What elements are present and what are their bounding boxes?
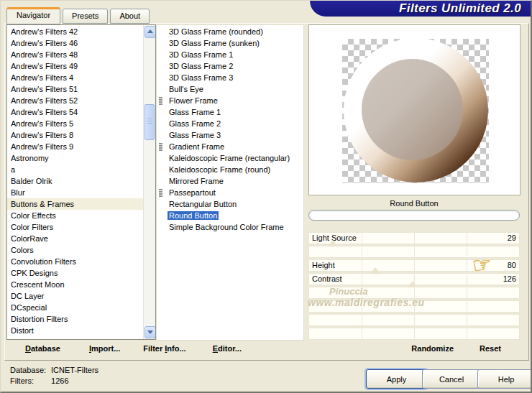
category-list-item[interactable]: Andrew's Filters 48 [7, 49, 144, 60]
filter-item-label: Mirrored Frame [168, 177, 225, 185]
bottom-toolbar: DatabaseImport...Filter Info...Editor...… [6, 338, 527, 358]
filters-unlimited-window: Filters Unlimited 2.0 NavigatorPresetsAb… [0, 0, 532, 393]
filter-item-label: Bull's Eye [168, 85, 205, 93]
category-list-item[interactable]: Andrew's Filters 8 [7, 129, 144, 141]
toolbar-label-post: mport... [91, 344, 120, 353]
tick-mark [467, 274, 467, 285]
tab-about[interactable]: About [110, 9, 150, 24]
tick-mark [414, 246, 415, 257]
tick-mark [362, 246, 362, 257]
filter-list-item[interactable]: 3D Glass Frame (sunken) [157, 37, 303, 49]
tick-mark [467, 287, 467, 298]
randomize-button[interactable]: Randomize [411, 344, 454, 353]
category-list-item[interactable]: Balder Olrik [7, 175, 144, 187]
preview-pane[interactable] [308, 24, 520, 195]
slider-thumb[interactable] [370, 267, 380, 274]
slider-thumb[interactable] [408, 281, 418, 287]
category-scrollbar[interactable] [143, 25, 155, 339]
category-list-item[interactable]: Convolution Filters [7, 256, 144, 267]
filter-list-item[interactable]: Glass Frame 1 [157, 106, 303, 118]
filter-list-item[interactable]: Bull's Eye [157, 83, 303, 95]
filter-list-item[interactable]: Simple Background Color Frame [157, 221, 303, 233]
filter-list-item[interactable]: 3D Glass Frame 1 [157, 49, 303, 60]
category-list-item[interactable]: Andrew's Filters 52 [7, 95, 144, 106]
tab-bar: NavigatorPresetsAbout [6, 7, 152, 24]
tab-navigator[interactable]: Navigator [6, 7, 60, 24]
category-list-item[interactable]: Andrew's Filters 46 [7, 37, 144, 49]
category-list-item[interactable]: Buttons & Frames [7, 198, 144, 210]
apply-button[interactable]: Apply [366, 369, 427, 389]
category-list-item[interactable]: CPK Designs [7, 267, 144, 279]
filter-list-item[interactable]: Rectangular Button [157, 198, 303, 210]
tick-mark [414, 328, 415, 339]
filter-list-item[interactable]: Passepartout [157, 187, 303, 198]
category-list-item[interactable]: Andrew's Filters 5 [7, 118, 144, 129]
filter-list-item[interactable]: Kaleidoscopic Frame (round) [157, 164, 303, 175]
toolbar-label-key: E [213, 344, 218, 353]
filter-list-item[interactable]: Glass Frame 3 [157, 129, 303, 141]
filter-item-label: Glass Frame 1 [168, 108, 222, 116]
scroll-up-button[interactable] [145, 26, 156, 38]
preview-progress-bar [308, 210, 520, 221]
tab-presets[interactable]: Presets [63, 9, 108, 24]
filter-info-button[interactable]: Filter Info... [143, 344, 185, 353]
category-list-item[interactable]: DC Layer [7, 290, 144, 302]
category-list-item[interactable]: Color Filters [7, 221, 144, 233]
filter-listbox[interactable]: 3D Glass Frame (rounded)3D Glass Frame (… [156, 24, 304, 341]
category-list-item[interactable]: Astronomy [7, 152, 144, 164]
toolbar-label-key: D [25, 344, 31, 353]
database-value: ICNET-Filters [51, 366, 98, 374]
watermark-author: Pinuccia [329, 286, 367, 297]
filter-list-item[interactable]: 3D Glass Frame 3 [157, 72, 303, 83]
category-list-item[interactable]: ColorRave [7, 233, 144, 244]
tick-mark [414, 260, 415, 271]
slider-thumb[interactable] [328, 240, 338, 246]
help-button[interactable]: Help [477, 369, 532, 389]
category-listbox[interactable]: Andrew's Filters 42Andrew's Filters 46An… [6, 24, 156, 340]
category-list-item[interactable]: Distortion Filters [7, 313, 144, 325]
filter-item-label: 3D Glass Frame 2 [168, 62, 234, 70]
watermark-url: www.maldiregrafies.eu [308, 297, 424, 308]
category-list-item[interactable]: a [7, 164, 144, 175]
chevron-down-icon [147, 330, 153, 334]
category-list-item[interactable]: Andrew's Filters 9 [7, 141, 144, 152]
slider-value: 29 [508, 233, 516, 244]
filter-list-item[interactable]: Round Button [157, 210, 303, 221]
category-list-item[interactable]: Blur [7, 187, 144, 198]
filter-list-item[interactable]: Kaleidoscopic Frame (rectangular) [157, 152, 303, 164]
scroll-down-button[interactable] [145, 326, 156, 338]
import-button[interactable]: Import... [89, 344, 120, 353]
category-list-item[interactable]: Crescent Moon [7, 279, 144, 290]
category-list-item[interactable]: Colors [7, 244, 144, 256]
database-button[interactable]: Database [25, 344, 60, 353]
slider-row[interactable]: Light Source29 [308, 232, 520, 244]
category-list-item[interactable]: Andrew's Filters 54 [7, 106, 144, 118]
category-list-item[interactable]: Color Effects [7, 210, 144, 221]
tick-mark [362, 260, 362, 271]
category-list-item[interactable]: Andrew's Filters 4 [7, 72, 144, 83]
filter-list-item[interactable]: Glass Frame 2 [157, 118, 303, 129]
preview-round-button-inner [362, 59, 463, 160]
reset-button[interactable]: Reset [480, 344, 501, 353]
filter-item-label: Simple Background Color Frame [168, 223, 285, 231]
category-list-item[interactable]: DCspecial [7, 302, 144, 313]
toolbar-label-post: atabase [31, 344, 60, 353]
filter-list-item[interactable]: 3D Glass Frame 2 [157, 60, 303, 72]
category-list-item[interactable]: Andrew's Filters 51 [7, 83, 144, 95]
category-list-item[interactable]: Andrew's Filters 49 [7, 60, 144, 72]
filter-item-label: Kaleidoscopic Frame (round) [168, 165, 272, 174]
tick-mark [414, 233, 415, 244]
category-list-item[interactable]: Andrew's Filters 42 [7, 26, 144, 37]
filter-list-item[interactable]: Gradient Frame [157, 141, 303, 152]
cancel-button[interactable]: Cancel [422, 369, 481, 389]
filters-label: Filters: [10, 376, 49, 387]
chevron-up-icon [147, 29, 153, 33]
scrollbar-thumb[interactable] [145, 104, 155, 140]
category-list-item[interactable]: Distort [7, 325, 144, 336]
filter-list-item[interactable]: Mirrored Frame [157, 175, 303, 187]
filter-list-item[interactable]: 3D Glass Frame (rounded) [157, 26, 303, 37]
filter-list-item[interactable]: Flower Frame [157, 95, 303, 106]
editor-button[interactable]: Editor... [213, 344, 242, 353]
toolbar-label-post: nfo... [167, 344, 185, 353]
slider-label: Height [312, 260, 335, 271]
